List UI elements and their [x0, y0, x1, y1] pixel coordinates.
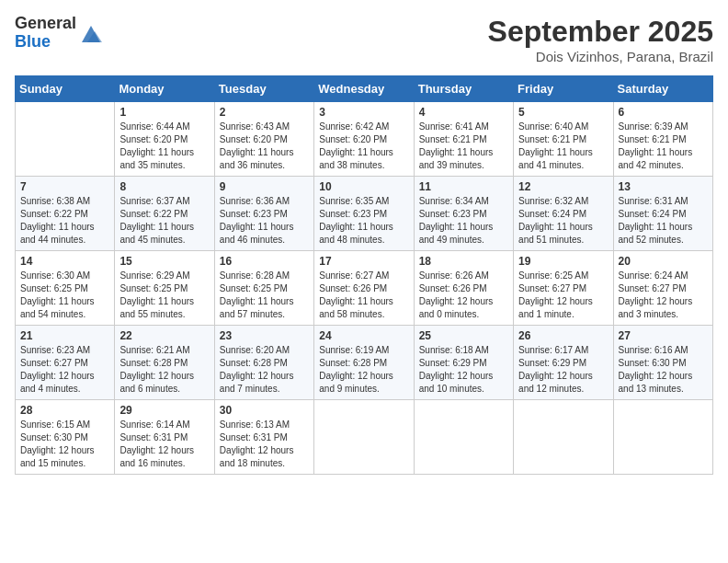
- day-info: Sunrise: 6:36 AMSunset: 6:23 PMDaylight:…: [220, 195, 309, 247]
- calendar-cell: 16Sunrise: 6:28 AMSunset: 6:25 PMDayligh…: [214, 251, 313, 326]
- day-info: Sunrise: 6:30 AMSunset: 6:25 PMDaylight:…: [20, 270, 109, 321]
- calendar-table: SundayMondayTuesdayWednesdayThursdayFrid…: [15, 75, 713, 475]
- day-number: 21: [20, 329, 109, 342]
- calendar-cell: 24Sunrise: 6:19 AMSunset: 6:28 PMDayligh…: [314, 326, 414, 400]
- calendar-cell: 21Sunrise: 6:23 AMSunset: 6:27 PMDayligh…: [16, 326, 115, 400]
- calendar-cell: 26Sunrise: 6:17 AMSunset: 6:29 PMDayligh…: [514, 326, 613, 400]
- calendar-cell: 8Sunrise: 6:37 AMSunset: 6:22 PMDaylight…: [115, 177, 214, 251]
- calendar-day-header: Thursday: [414, 76, 513, 102]
- calendar-week-row: 28Sunrise: 6:15 AMSunset: 6:30 PMDayligh…: [16, 400, 713, 475]
- day-number: 9: [220, 180, 309, 193]
- calendar-cell: 28Sunrise: 6:15 AMSunset: 6:30 PMDayligh…: [16, 400, 115, 475]
- calendar-day-header: Sunday: [16, 76, 115, 102]
- calendar-cell: 27Sunrise: 6:16 AMSunset: 6:30 PMDayligh…: [613, 326, 712, 400]
- day-number: 22: [119, 329, 209, 342]
- day-number: 6: [619, 106, 708, 119]
- day-number: 15: [119, 255, 209, 268]
- day-number: 13: [619, 180, 708, 193]
- day-info: Sunrise: 6:44 AMSunset: 6:20 PMDaylight:…: [119, 121, 209, 172]
- day-info: Sunrise: 6:27 AMSunset: 6:26 PMDaylight:…: [319, 270, 408, 321]
- location-text: Dois Vizinhos, Parana, Brazil: [488, 49, 713, 64]
- day-info: Sunrise: 6:39 AMSunset: 6:21 PMDaylight:…: [619, 121, 708, 172]
- calendar-cell: 22Sunrise: 6:21 AMSunset: 6:28 PMDayligh…: [115, 326, 214, 400]
- day-info: Sunrise: 6:32 AMSunset: 6:24 PMDaylight:…: [518, 195, 608, 247]
- day-info: Sunrise: 6:35 AMSunset: 6:23 PMDaylight:…: [319, 195, 408, 247]
- calendar-cell: 14Sunrise: 6:30 AMSunset: 6:25 PMDayligh…: [16, 251, 115, 326]
- day-info: Sunrise: 6:23 AMSunset: 6:27 PMDaylight:…: [20, 344, 109, 396]
- day-info: Sunrise: 6:17 AMSunset: 6:29 PMDaylight:…: [518, 344, 608, 396]
- logo-blue-text: Blue: [15, 33, 76, 52]
- calendar-cell: 25Sunrise: 6:18 AMSunset: 6:29 PMDayligh…: [414, 326, 513, 400]
- calendar-cell: 23Sunrise: 6:20 AMSunset: 6:28 PMDayligh…: [214, 326, 313, 400]
- calendar-cell: 5Sunrise: 6:40 AMSunset: 6:21 PMDaylight…: [514, 102, 613, 177]
- day-info: Sunrise: 6:19 AMSunset: 6:28 PMDaylight:…: [319, 344, 408, 396]
- calendar-cell: 2Sunrise: 6:43 AMSunset: 6:20 PMDaylight…: [214, 102, 313, 177]
- day-number: 27: [619, 329, 708, 342]
- day-info: Sunrise: 6:25 AMSunset: 6:27 PMDaylight:…: [518, 270, 608, 321]
- day-info: Sunrise: 6:16 AMSunset: 6:30 PMDaylight:…: [619, 344, 708, 396]
- day-number: 14: [20, 255, 109, 268]
- calendar-cell: 30Sunrise: 6:13 AMSunset: 6:31 PMDayligh…: [214, 400, 313, 475]
- logo-icon: [78, 20, 104, 46]
- logo: General Blue: [15, 15, 104, 52]
- day-number: 25: [419, 329, 508, 342]
- day-info: Sunrise: 6:41 AMSunset: 6:21 PMDaylight:…: [419, 121, 508, 172]
- calendar-week-row: 1Sunrise: 6:44 AMSunset: 6:20 PMDaylight…: [16, 102, 713, 177]
- day-info: Sunrise: 6:18 AMSunset: 6:29 PMDaylight:…: [419, 344, 508, 396]
- day-info: Sunrise: 6:20 AMSunset: 6:28 PMDaylight:…: [220, 344, 309, 396]
- calendar-cell: 3Sunrise: 6:42 AMSunset: 6:20 PMDaylight…: [314, 102, 414, 177]
- calendar-cell: 13Sunrise: 6:31 AMSunset: 6:24 PMDayligh…: [613, 177, 712, 251]
- calendar-cell: 15Sunrise: 6:29 AMSunset: 6:25 PMDayligh…: [115, 251, 214, 326]
- day-info: Sunrise: 6:13 AMSunset: 6:31 PMDaylight:…: [220, 419, 309, 470]
- calendar-cell: 7Sunrise: 6:38 AMSunset: 6:22 PMDaylight…: [16, 177, 115, 251]
- day-info: Sunrise: 6:40 AMSunset: 6:21 PMDaylight:…: [518, 121, 608, 172]
- calendar-cell: [16, 102, 115, 177]
- day-info: Sunrise: 6:21 AMSunset: 6:28 PMDaylight:…: [119, 344, 209, 396]
- day-number: 12: [518, 180, 608, 193]
- day-info: Sunrise: 6:42 AMSunset: 6:20 PMDaylight:…: [319, 121, 408, 172]
- calendar-cell: 17Sunrise: 6:27 AMSunset: 6:26 PMDayligh…: [314, 251, 414, 326]
- day-number: 7: [20, 180, 109, 193]
- day-number: 5: [518, 106, 608, 119]
- month-title: September 2025: [488, 15, 713, 49]
- calendar-cell: 19Sunrise: 6:25 AMSunset: 6:27 PMDayligh…: [514, 251, 613, 326]
- day-info: Sunrise: 6:14 AMSunset: 6:31 PMDaylight:…: [119, 419, 209, 470]
- day-info: Sunrise: 6:38 AMSunset: 6:22 PMDaylight:…: [20, 195, 109, 247]
- day-number: 23: [220, 329, 309, 342]
- day-number: 19: [518, 255, 608, 268]
- day-info: Sunrise: 6:15 AMSunset: 6:30 PMDaylight:…: [20, 419, 109, 470]
- day-info: Sunrise: 6:24 AMSunset: 6:27 PMDaylight:…: [619, 270, 708, 321]
- calendar-week-row: 14Sunrise: 6:30 AMSunset: 6:25 PMDayligh…: [16, 251, 713, 326]
- calendar-cell: [514, 400, 613, 475]
- calendar-cell: [613, 400, 712, 475]
- calendar-header-row: SundayMondayTuesdayWednesdayThursdayFrid…: [16, 76, 713, 102]
- day-number: 28: [20, 404, 109, 417]
- calendar-cell: 29Sunrise: 6:14 AMSunset: 6:31 PMDayligh…: [115, 400, 214, 475]
- calendar-cell: 9Sunrise: 6:36 AMSunset: 6:23 PMDaylight…: [214, 177, 313, 251]
- calendar-cell: 10Sunrise: 6:35 AMSunset: 6:23 PMDayligh…: [314, 177, 414, 251]
- day-info: Sunrise: 6:43 AMSunset: 6:20 PMDaylight:…: [220, 121, 309, 172]
- day-number: 8: [119, 180, 209, 193]
- calendar-cell: 11Sunrise: 6:34 AMSunset: 6:23 PMDayligh…: [414, 177, 513, 251]
- calendar-day-header: Monday: [115, 76, 214, 102]
- day-info: Sunrise: 6:31 AMSunset: 6:24 PMDaylight:…: [619, 195, 708, 247]
- day-number: 24: [319, 329, 408, 342]
- calendar-week-row: 21Sunrise: 6:23 AMSunset: 6:27 PMDayligh…: [16, 326, 713, 400]
- calendar-cell: 18Sunrise: 6:26 AMSunset: 6:26 PMDayligh…: [414, 251, 513, 326]
- calendar-cell: 12Sunrise: 6:32 AMSunset: 6:24 PMDayligh…: [514, 177, 613, 251]
- day-info: Sunrise: 6:34 AMSunset: 6:23 PMDaylight:…: [419, 195, 508, 247]
- day-number: 18: [419, 255, 508, 268]
- calendar-cell: 1Sunrise: 6:44 AMSunset: 6:20 PMDaylight…: [115, 102, 214, 177]
- calendar-week-row: 7Sunrise: 6:38 AMSunset: 6:22 PMDaylight…: [16, 177, 713, 251]
- calendar-day-header: Tuesday: [214, 76, 313, 102]
- day-number: 20: [619, 255, 708, 268]
- calendar-day-header: Wednesday: [314, 76, 414, 102]
- day-number: 11: [419, 180, 508, 193]
- day-number: 2: [220, 106, 309, 119]
- day-number: 17: [319, 255, 408, 268]
- calendar-cell: 4Sunrise: 6:41 AMSunset: 6:21 PMDaylight…: [414, 102, 513, 177]
- day-info: Sunrise: 6:28 AMSunset: 6:25 PMDaylight:…: [220, 270, 309, 321]
- calendar-day-header: Friday: [514, 76, 613, 102]
- day-number: 1: [119, 106, 209, 119]
- day-info: Sunrise: 6:37 AMSunset: 6:22 PMDaylight:…: [119, 195, 209, 247]
